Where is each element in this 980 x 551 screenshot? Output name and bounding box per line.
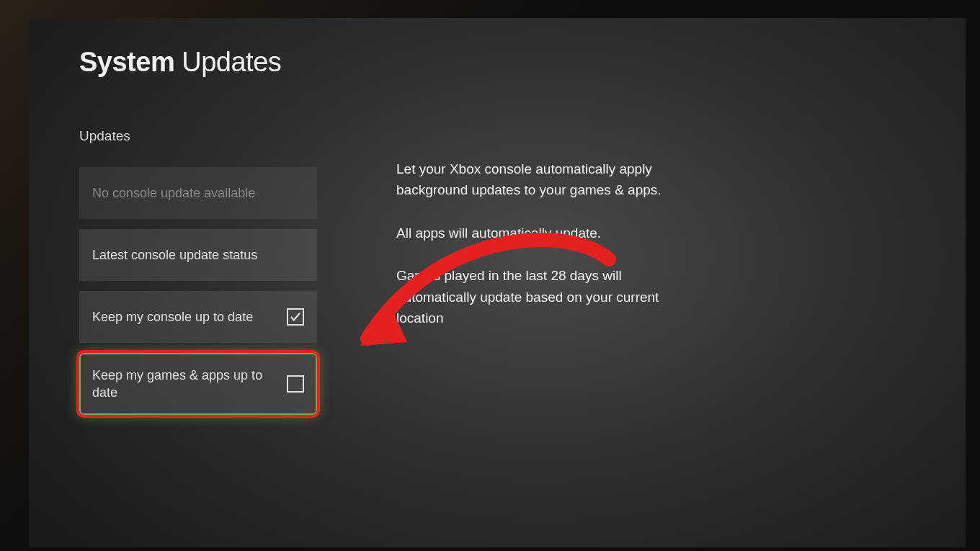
- settings-screen: System Updates Updates No console update…: [29, 18, 966, 547]
- page-title-rest: Updates: [182, 47, 281, 77]
- info-paragraph-3: Games played in the last 28 days will au…: [396, 265, 699, 328]
- latest-console-update-status-tile[interactable]: Latest console update status: [79, 229, 317, 281]
- no-console-update-tile: No console update available: [79, 167, 317, 219]
- info-paragraph-2: All apps will automatically update.: [396, 223, 699, 243]
- info-paragraph-1: Let your Xbox console automatically appl…: [396, 158, 699, 201]
- content-row: Updates No console update available Late…: [79, 128, 915, 415]
- page-title-bold: System: [79, 47, 174, 77]
- keep-games-apps-up-to-date-tile[interactable]: Keep my games & apps up to date: [79, 353, 317, 415]
- keep-console-up-to-date-tile[interactable]: Keep my console up to date: [79, 291, 317, 343]
- tile-label: Latest console update status: [92, 246, 257, 264]
- tile-label: No console update available: [92, 184, 255, 202]
- right-column: Let your Xbox console automatically appl…: [396, 128, 699, 415]
- tile-label: Keep my console up to date: [92, 308, 253, 326]
- left-column: Updates No console update available Late…: [79, 128, 317, 415]
- tile-label: Keep my games & apps up to date: [92, 367, 265, 402]
- checkbox-unchecked-icon: [287, 375, 304, 393]
- section-label: Updates: [79, 128, 317, 144]
- checkbox-checked-icon: [287, 308, 304, 326]
- page-title: System Updates: [79, 47, 915, 78]
